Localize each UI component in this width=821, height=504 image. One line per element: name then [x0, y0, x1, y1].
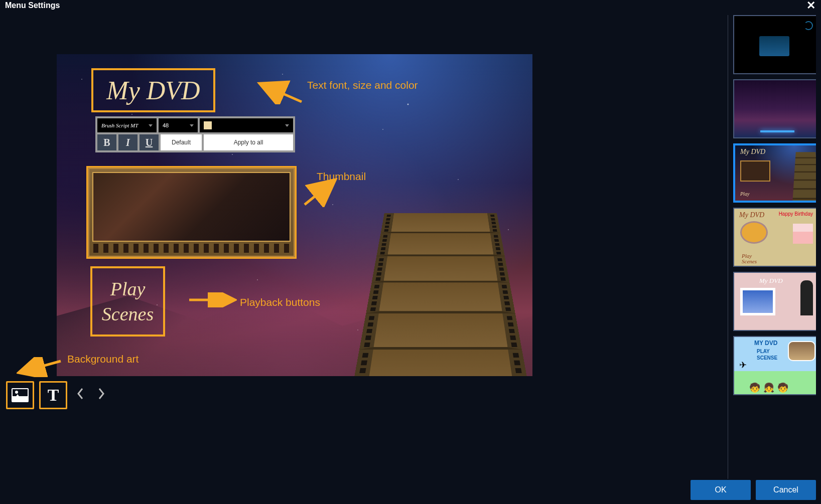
play-scenes-box[interactable]: Play Scenes — [90, 266, 165, 337]
play-label: Play — [110, 278, 146, 300]
video-thumbnail-box[interactable] — [86, 166, 297, 259]
template-title: My DVD — [740, 148, 765, 156]
template-title: My DVD — [759, 277, 783, 285]
dvd-title-box[interactable]: My DVD — [91, 68, 215, 112]
template-option-6[interactable]: MY DVD PLAYSCENSE ✈ 🧒👧🧒 — [733, 336, 816, 395]
template-option-2[interactable] — [733, 79, 816, 138]
caret-icon — [190, 124, 194, 127]
cancel-button[interactable]: Cancel — [756, 480, 816, 500]
template-option-5[interactable]: My DVD — [733, 272, 816, 331]
svg-line-0 — [261, 84, 302, 102]
dvd-title-text: My DVD — [106, 76, 200, 105]
template-option-4[interactable]: My DVD Happy Birthday PlayScenes — [733, 208, 816, 267]
font-color-dropdown[interactable] — [200, 118, 293, 132]
apply-all-button[interactable]: Apply to all — [204, 134, 293, 150]
add-text-button[interactable]: T — [39, 381, 67, 409]
template-label: PLAY — [757, 349, 770, 354]
dialog-title: Menu Settings — [5, 1, 60, 10]
font-family-dropdown[interactable]: Brush Script MT — [97, 118, 157, 132]
background-image-button[interactable] — [6, 381, 34, 409]
thumbnail-image — [92, 172, 291, 242]
template-label: Play — [740, 191, 749, 197]
ok-button[interactable]: OK — [691, 480, 751, 500]
default-button[interactable]: Default — [161, 134, 202, 150]
caret-icon — [149, 124, 153, 127]
underline-button[interactable]: U — [140, 134, 159, 150]
template-sidebar[interactable]: My DVD Play My DVD Happy Birthday PlaySc… — [728, 15, 816, 479]
font-size-value: 48 — [163, 122, 169, 128]
template-label: Scenes — [742, 258, 757, 264]
italic-button[interactable]: I — [118, 134, 138, 150]
caret-icon — [285, 124, 289, 127]
arrow-icon — [300, 177, 337, 207]
annotation-playback: Playback buttons — [240, 296, 320, 308]
template-label: SCENSE — [757, 355, 777, 361]
text-format-toolbar: Brush Script MT 48 B I U Default Apply t… — [95, 116, 295, 152]
template-title: MY DVD — [754, 340, 777, 347]
arrow-icon — [17, 357, 64, 377]
next-page-button[interactable] — [93, 383, 109, 407]
preview-canvas: My DVD Brush Script MT 48 B I U Default … — [57, 54, 532, 376]
bold-button[interactable]: B — [97, 134, 116, 150]
bottom-toolbar: T — [6, 381, 109, 409]
template-label: Happy Birthday — [779, 211, 813, 217]
annotation-background: Background art — [67, 353, 139, 365]
image-icon — [12, 388, 29, 402]
template-title: My DVD — [739, 211, 764, 219]
color-swatch — [204, 121, 212, 129]
svg-line-1 — [305, 181, 334, 205]
annotation-text-style: Text font, size and color — [307, 79, 418, 91]
svg-line-3 — [21, 361, 61, 372]
font-family-value: Brush Script MT — [101, 122, 138, 128]
font-size-dropdown[interactable]: 48 — [159, 118, 198, 132]
prev-page-button[interactable] — [72, 383, 88, 407]
template-option-1[interactable] — [733, 15, 816, 74]
dialog-button-bar: OK Cancel — [691, 480, 816, 500]
close-button[interactable]: ✕ — [806, 0, 816, 12]
arrow-icon — [187, 292, 237, 307]
text-icon: T — [48, 386, 59, 405]
template-option-3[interactable]: My DVD Play — [733, 143, 816, 203]
arrow-icon — [256, 79, 304, 104]
scenes-label: Scenes — [102, 303, 154, 325]
